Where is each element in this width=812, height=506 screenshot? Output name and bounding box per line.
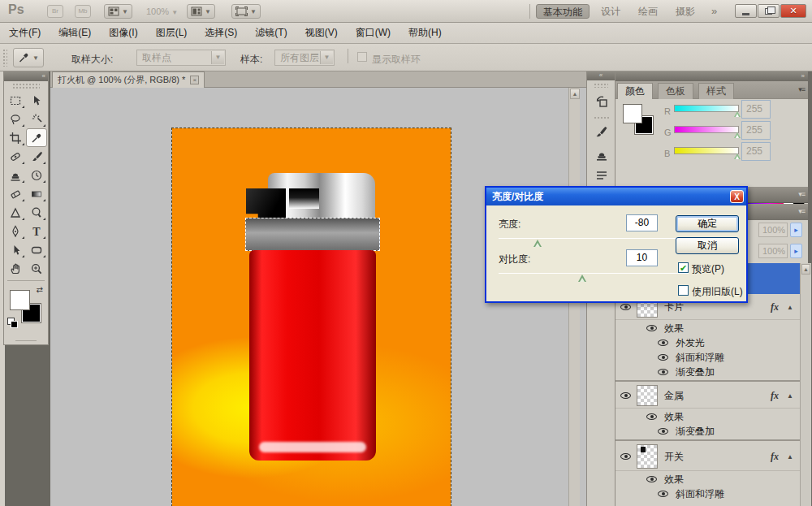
green-slider-handle[interactable] — [734, 132, 741, 138]
visibility-eye-icon[interactable] — [646, 474, 657, 485]
tool-rounded-rect-shape[interactable] — [26, 240, 47, 259]
visibility-eye-icon[interactable] — [620, 451, 631, 462]
cancel-button[interactable]: 取消 — [676, 237, 739, 254]
show-sampling-ring-checkbox[interactable] — [357, 52, 367, 62]
opacity-spinner-icon[interactable]: ▸ — [790, 223, 802, 237]
layer-thumbnail[interactable] — [637, 444, 658, 469]
blue-slider-handle[interactable] — [734, 154, 741, 159]
workspace-tab-basic[interactable]: 基本功能 — [536, 4, 590, 19]
workspace-tab-photography[interactable]: 摄影 — [669, 4, 702, 19]
dialog-title-bar[interactable]: 亮度/对比度 — [486, 188, 746, 205]
toolbox-grip[interactable] — [12, 83, 40, 89]
collapse-effects-icon[interactable]: ▲ — [787, 391, 793, 399]
layer-thumbnail[interactable] — [637, 385, 658, 406]
tool-dodge[interactable] — [26, 203, 47, 222]
blue-slider[interactable] — [674, 147, 739, 154]
tool-eyedropper[interactable] — [26, 128, 47, 147]
tool-clone-stamp[interactable] — [5, 166, 26, 184]
fill-spinner-icon[interactable]: ▸ — [790, 244, 802, 258]
tool-hand[interactable] — [5, 259, 26, 278]
effect-row-outer-glow[interactable]: 外发光 — [615, 335, 800, 350]
visibility-eye-icon[interactable] — [620, 390, 631, 401]
layer-fx-icon[interactable]: fx — [771, 301, 779, 313]
clone-source-panel-icon[interactable] — [592, 145, 611, 164]
screen-mode-button[interactable]: ▼ — [231, 4, 261, 19]
opacity-field[interactable]: 100% — [758, 223, 788, 237]
panel-menu-icon[interactable]: ▾≡ — [798, 190, 805, 198]
scroll-up-icon[interactable]: ▲ — [570, 89, 580, 99]
bridge-button[interactable]: Br — [47, 5, 63, 18]
swap-colors-icon[interactable]: ⇄ — [37, 285, 43, 294]
canvas[interactable] — [172, 128, 451, 506]
tool-healing-brush[interactable] — [5, 147, 26, 166]
launch-bridge-button[interactable]: ▼ — [104, 4, 132, 19]
strip-grip[interactable] — [594, 83, 608, 88]
menu-select[interactable]: 选择(S) — [196, 23, 246, 43]
strip-collapse-header[interactable]: « — [587, 71, 615, 80]
collapse-effects-icon[interactable]: ▲ — [787, 452, 793, 460]
menu-filter[interactable]: 滤镜(T) — [246, 23, 296, 43]
visibility-eye-icon[interactable] — [658, 337, 668, 348]
visibility-eye-icon[interactable] — [658, 366, 668, 378]
green-slider[interactable] — [674, 126, 739, 133]
tool-blur[interactable] — [5, 203, 26, 222]
tool-move[interactable] — [26, 91, 47, 110]
preview-checkbox[interactable]: ✔ — [678, 262, 689, 273]
tool-rect-marquee[interactable] — [5, 91, 26, 110]
close-button[interactable]: ✕ — [780, 4, 806, 18]
foreground-color-swatch[interactable] — [10, 290, 30, 310]
tab-color[interactable]: 颜色 — [617, 83, 653, 99]
contrast-value-field[interactable]: 10 — [626, 249, 658, 266]
effect-row-bevel-emboss[interactable]: 斜面和浮雕 — [615, 487, 800, 501]
options-grip[interactable] — [2, 49, 7, 67]
red-slider[interactable] — [674, 105, 739, 112]
tool-path-selection[interactable] — [5, 240, 26, 259]
menu-image[interactable]: 图像(I) — [100, 23, 146, 43]
menu-view[interactable]: 视图(V) — [296, 23, 347, 43]
red-value-field[interactable]: 255 — [741, 100, 771, 119]
effects-header-row[interactable]: 效果 — [615, 472, 800, 487]
brightness-value-field[interactable]: -80 — [626, 214, 658, 231]
document-tab[interactable]: 打火机 @ 100% (分界, RGB/8) * × — [52, 71, 205, 88]
menu-layer[interactable]: 图层(L) — [147, 23, 197, 43]
arrange-documents-button[interactable]: ▼ — [187, 4, 215, 19]
visibility-eye-icon[interactable] — [646, 322, 657, 334]
contrast-slider-track[interactable] — [499, 273, 689, 274]
layer-row-switch[interactable]: 开关 fx ▲ — [615, 442, 800, 471]
layer-row-metal[interactable]: 金属 fx ▲ — [615, 383, 800, 409]
panel-menu-icon[interactable]: ▾≡ — [798, 207, 805, 215]
layer-name[interactable]: 开关 — [664, 449, 684, 463]
ok-button[interactable]: 确定 — [676, 215, 739, 232]
tool-preset-button[interactable]: ▼ — [13, 48, 44, 67]
brushes-panel-icon[interactable] — [592, 123, 611, 141]
layers-scrollbar[interactable]: ▲ — [800, 263, 811, 506]
lighter-band-selection[interactable] — [245, 218, 380, 251]
brightness-slider-track[interactable] — [499, 238, 689, 239]
menu-edit[interactable]: 编辑(E) — [50, 23, 100, 43]
layer-fx-icon[interactable]: fx — [771, 389, 779, 401]
document-close-icon[interactable]: × — [190, 76, 199, 84]
history-panel-icon[interactable] — [592, 92, 611, 110]
effect-row-bevel-emboss[interactable]: 斜面和浮雕 — [615, 350, 800, 365]
use-legacy-checkbox[interactable] — [678, 285, 689, 296]
minibridge-button[interactable]: Mb — [75, 5, 91, 18]
sample-dropdown[interactable]: 所有图层 ▼ — [274, 50, 335, 66]
tool-history-brush[interactable] — [26, 166, 47, 184]
menu-window[interactable]: 窗口(W) — [347, 23, 400, 43]
tool-gradient[interactable] — [26, 184, 47, 203]
visibility-eye-icon[interactable] — [658, 352, 668, 363]
tool-eraser[interactable] — [5, 184, 26, 203]
effect-row-gradient-overlay[interactable]: 渐变叠加 — [615, 365, 800, 379]
visibility-eye-icon[interactable] — [658, 426, 668, 437]
tool-brush[interactable] — [26, 147, 47, 166]
restore-button[interactable] — [758, 4, 780, 18]
sample-size-dropdown[interactable]: 取样点 ▼ — [136, 50, 226, 66]
default-colors-icon[interactable] — [7, 318, 15, 325]
character-panel-icon[interactable] — [592, 166, 611, 184]
dialog-close-button[interactable]: X — [730, 190, 744, 203]
tool-type[interactable]: T — [26, 222, 47, 240]
tool-zoom[interactable] — [26, 259, 47, 278]
menu-file[interactable]: 文件(F) — [0, 23, 50, 43]
minimize-button[interactable] — [735, 4, 757, 18]
visibility-eye-icon[interactable] — [646, 411, 657, 422]
